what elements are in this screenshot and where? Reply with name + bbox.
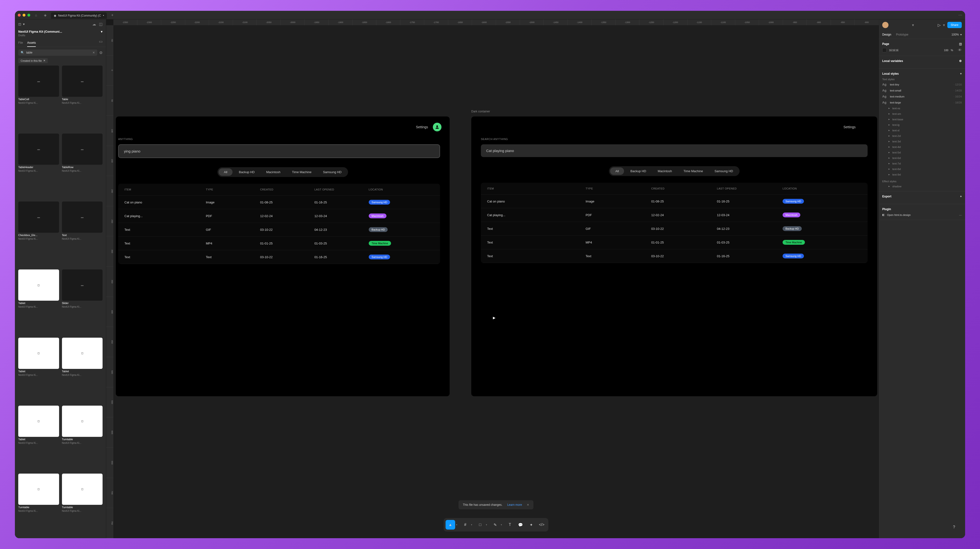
variables-settings-icon[interactable]: ⚙ (959, 59, 962, 63)
asset-item[interactable]: ▬TableRowNextUI Figma Ki... (62, 134, 103, 198)
asset-item[interactable]: ◻TabletNextUI Figma Ki... (18, 338, 59, 402)
home-icon[interactable]: ⌂ (33, 12, 40, 19)
container-2[interactable]: Dark container Settings SEARCH ANYTHING … (471, 116, 877, 396)
dev-mode-tool[interactable]: </> (537, 520, 546, 530)
actions-tool[interactable]: ✦ (526, 520, 536, 530)
asset-item[interactable]: ◻TabletNextUI Figma Ki... (62, 338, 103, 402)
table-row[interactable]: Cat on pianoImage01-08-2501-16-25Samsung… (481, 194, 868, 208)
project-location[interactable]: Drafts (15, 34, 106, 39)
page-settings-icon[interactable]: ◫ (959, 42, 962, 46)
avatar[interactable] (433, 123, 441, 131)
table-row[interactable]: TextText03-10-2201-16-25Samsung HD (118, 250, 440, 264)
clear-search-icon[interactable]: ✕ (92, 51, 95, 54)
library-icon[interactable]: ▭ (99, 39, 103, 47)
table-row[interactable]: TextGIF03-10-2204-12-23Backup HD (118, 223, 440, 237)
text-size-group[interactable]: ▸text-4xl (882, 145, 962, 148)
filter-macintosh[interactable]: Macintosh (652, 167, 677, 175)
asset-item[interactable]: ▬TableHeaderNextUI Figma Ki... (18, 134, 59, 198)
shape-tool[interactable]: □ (475, 520, 485, 530)
column-header[interactable]: CREATED (260, 188, 314, 191)
filter-time-machine[interactable]: Time Machine (286, 168, 317, 176)
frame-tool[interactable]: # (460, 520, 470, 530)
text-size-group[interactable]: ▸text-6xl (882, 156, 962, 159)
table-row[interactable]: Cat on pianoImage01-08-2501-16-25Samsung… (118, 196, 440, 209)
text-size-group[interactable]: ▸text-lg (882, 123, 962, 126)
text-size-group[interactable]: ▸text-8xl (882, 167, 962, 170)
chip-remove-icon[interactable]: ✕ (43, 59, 45, 62)
help-button[interactable]: ? (950, 523, 958, 531)
page-color-swatch[interactable] (882, 48, 886, 53)
container-1[interactable]: Settings ANYTHING ying piano AllBackup H… (116, 116, 450, 396)
asset-item[interactable]: ▬TextNextUI Figma Ki... (62, 202, 103, 266)
settings-link[interactable]: Settings (843, 125, 856, 129)
column-header[interactable]: ITEM (487, 187, 585, 190)
filter-macintosh[interactable]: Macintosh (261, 168, 286, 176)
project-name[interactable]: NextUI Figma Kit (Communi... (18, 30, 62, 33)
text-style[interactable]: Agtext-medium· 16/24 (882, 95, 962, 98)
filter-icon[interactable]: ⚙ (99, 51, 103, 55)
settings-link[interactable]: Settings (416, 125, 428, 129)
filter-samsung-hd[interactable]: Samsung HD (709, 167, 738, 175)
filter-all[interactable]: All (219, 168, 232, 176)
add-export-icon[interactable]: + (960, 195, 962, 198)
add-style-icon[interactable]: + (960, 72, 962, 75)
text-style[interactable]: Agtext-large· 18/28 (882, 100, 962, 104)
play-icon[interactable]: ▷ (938, 23, 940, 27)
column-header[interactable]: TYPE (206, 188, 260, 191)
tab-assets[interactable]: Assets (27, 39, 36, 47)
text-size-group[interactable]: ▸text-3xl (882, 140, 962, 143)
filter-samsung-hd[interactable]: Samsung HD (318, 168, 347, 176)
column-header[interactable]: ITEM (124, 188, 206, 191)
chevron-down-icon[interactable]: ▾ (943, 23, 945, 27)
close-window[interactable] (18, 14, 21, 17)
pen-tool[interactable]: ✎ (490, 520, 500, 530)
share-button[interactable]: Share (947, 22, 962, 28)
user-avatar[interactable] (882, 22, 888, 28)
text-size-group[interactable]: ▸text-base (882, 118, 962, 121)
text-size-group[interactable]: ▸text-5xl (882, 151, 962, 154)
plugin-item[interactable]: ◧ Open html.to.design — (882, 213, 962, 216)
toast-learn-more[interactable]: Learn more (507, 503, 522, 506)
visibility-icon[interactable]: 👁 (958, 48, 962, 53)
move-tool[interactable]: ▲ (445, 520, 455, 530)
tab-design[interactable]: Design (882, 30, 891, 39)
cloud-icon[interactable]: ☁ (92, 22, 96, 26)
column-header[interactable]: CREATED (651, 187, 717, 190)
column-header[interactable]: LOCATION (369, 188, 434, 191)
asset-search-input[interactable]: 🔍 table ✕ (18, 49, 97, 56)
minimize-window[interactable] (22, 14, 25, 17)
asset-item[interactable]: ◻TurntableNextUI Figma Ki... (18, 474, 59, 538)
comment-tool[interactable]: 💬 (516, 520, 525, 530)
effect-shadow[interactable]: ▸shadow (882, 185, 962, 188)
tool-chevron[interactable]: ▾ (471, 520, 474, 530)
tool-chevron[interactable]: ▾ (501, 520, 504, 530)
figma-icon[interactable]: ◈ (42, 12, 49, 19)
column-header[interactable]: LOCATION (783, 187, 861, 190)
table-row[interactable]: TextText03-10-2201-16-25Samsung HD (481, 249, 868, 263)
main-menu[interactable]: ◫▾ (18, 22, 25, 26)
table-row[interactable]: TextMP401-01-2501-03-25Time Machine (118, 237, 440, 250)
text-size-group[interactable]: ▸text-xs (882, 107, 962, 110)
text-size-group[interactable]: ▸text-sm (882, 112, 962, 115)
asset-item[interactable]: ◻TabletNextUI Figma Ki... (18, 406, 59, 470)
file-tab[interactable]: ◉ NextUI Figma Kit (Community) (C • (51, 13, 107, 19)
search-input-c1[interactable]: ying piano (118, 144, 440, 158)
text-style[interactable]: Agtext-small· 14/20 (882, 89, 962, 92)
chevron-down-icon[interactable]: ▾ (912, 23, 914, 27)
filter-backup-hd[interactable]: Backup HD (234, 168, 260, 176)
asset-item[interactable]: ▬TableCellNextUI Figma Ki... (18, 65, 59, 130)
tool-chevron[interactable]: ▾ (456, 520, 460, 530)
column-header[interactable]: LAST OPENED (717, 187, 783, 190)
frame-label[interactable]: Dark container (471, 110, 490, 113)
text-style[interactable]: Agtext-tiny· 12/16 (882, 83, 962, 86)
text-size-group[interactable]: ▸text-7xl (882, 162, 962, 165)
canvas[interactable]: Settings ANYTHING ying piano AllBackup H… (113, 25, 879, 538)
text-size-group[interactable]: ▸text-2xl (882, 134, 962, 137)
text-tool[interactable]: T (505, 520, 515, 530)
filter-backup-hd[interactable]: Backup HD (625, 167, 651, 175)
asset-item[interactable]: ◻TabletNextUI Figma Ki... (18, 269, 59, 334)
table-row[interactable]: Cat playing...PDF12-02-2412-03-24Macinto… (481, 208, 868, 222)
column-header[interactable]: LAST OPENED (314, 188, 369, 191)
filter-all[interactable]: All (610, 167, 624, 175)
asset-item[interactable]: ▬SliderNextUI Figma Ki... (62, 269, 103, 334)
